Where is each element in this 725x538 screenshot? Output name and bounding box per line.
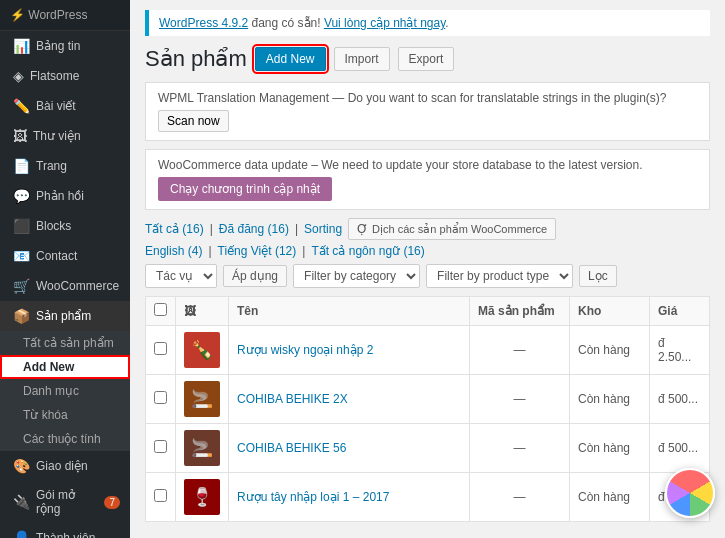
lang-english-link[interactable]: English (4) [145, 244, 202, 258]
thumb-icon: 🍷 [191, 486, 213, 508]
select-all-checkbox[interactable] [154, 303, 167, 316]
product-name-link[interactable]: Rượu wisky ngoại nhập 2 [237, 343, 373, 357]
filter-tabs-row: Tất cả (16) | Đã đăng (16) | Sorting Ợ D… [145, 218, 710, 240]
toolbar-row: Tác vụ Áp dụng Filter by category Filter… [145, 264, 710, 288]
media-icon: 🖼 [13, 128, 27, 144]
wp-logo-icon: ⚡ WordPress [10, 8, 87, 22]
row-checkbox-2[interactable] [154, 440, 167, 453]
th-stock: Kho [570, 297, 650, 326]
row-sku-cell: — [470, 326, 570, 375]
sidebar-item-dashboard[interactable]: 📊 Bảng tin [0, 31, 130, 61]
row-checkbox-cell [146, 326, 176, 375]
filter-published-link[interactable]: Đã đăng (16) [219, 222, 289, 236]
comments-icon: 💬 [13, 188, 30, 204]
woo-update-button[interactable]: Chạy chương trình cập nhật [158, 177, 332, 201]
row-price-cell: đ 2.50... [650, 326, 710, 375]
flatsome-icon: ◈ [13, 68, 24, 84]
sidebar-submenu-products: Tất cả sản phẩm Add New Danh mục Từ khóa… [0, 331, 130, 451]
row-checkbox-cell [146, 473, 176, 522]
woo-update-notice: WooCommerce data update – We need to upd… [145, 149, 710, 210]
scan-now-button[interactable]: Scan now [158, 110, 229, 132]
sidebar-item-pages[interactable]: 📄 Trang [0, 151, 130, 181]
product-type-filter-select[interactable]: Filter by product type [426, 264, 573, 288]
table-row: 🍾 Rượu wisky ngoại nhập 2 — Còn hàng đ 2… [146, 326, 710, 375]
sidebar-item-woocommerce[interactable]: 🛒 WooCommerce [0, 271, 130, 301]
pages-icon: 📄 [13, 158, 30, 174]
row-checkbox-0[interactable] [154, 342, 167, 355]
sidebar-item-label: Phản hồi [36, 189, 84, 203]
attributes-label: Các thuộc tính [23, 432, 101, 446]
sidebar-item-label: Flatsome [30, 69, 79, 83]
sidebar-item-flatsome[interactable]: ◈ Flatsome [0, 61, 130, 91]
contact-icon: 📧 [13, 248, 30, 264]
row-name-cell: Rượu wisky ngoại nhập 2 [229, 326, 470, 375]
dashboard-icon: 📊 [13, 38, 30, 54]
products-table: 🖼 Tên Mã sản phẩm Kho Giá 🍾 Rượu wisky n… [145, 296, 710, 522]
sidebar-logo: ⚡ WordPress [0, 0, 130, 31]
sidebar-item-categories[interactable]: Danh mục [0, 379, 130, 403]
sidebar-item-posts[interactable]: ✏️ Bài viết [0, 91, 130, 121]
sidebar-item-blocks[interactable]: ⬛ Blocks [0, 211, 130, 241]
appearance-icon: 🎨 [13, 458, 30, 474]
product-name-link[interactable]: COHIBA BEHIKE 2X [237, 392, 348, 406]
sidebar-item-media[interactable]: 🖼 Thư viện [0, 121, 130, 151]
woo-translate-button[interactable]: Ợ Dịch các sản phẩm WooCommerce [348, 218, 556, 240]
sidebar-item-label: Sản phẩm [36, 309, 91, 323]
filter-sorting-link[interactable]: Sorting [304, 222, 342, 236]
row-sku-cell: — [470, 424, 570, 473]
update-link[interactable]: Vui lòng cập nhật ngay [324, 16, 445, 30]
product-name-link[interactable]: Rượu tây nhập loại 1 – 2017 [237, 490, 389, 504]
th-checkbox [146, 297, 176, 326]
sidebar-item-contact[interactable]: 📧 Contact [0, 241, 130, 271]
woocommerce-icon: 🛒 [13, 278, 30, 294]
sidebar-item-label: Giao diện [36, 459, 88, 473]
export-button[interactable]: Export [398, 47, 455, 71]
sidebar-item-plugins[interactable]: 🔌 Gói mở rộng 7 [0, 481, 130, 523]
product-thumbnail: 🍾 [184, 332, 220, 368]
thumb-icon: 🚬 [191, 437, 213, 459]
category-filter-select[interactable]: Filter by category [293, 264, 420, 288]
row-name-cell: COHIBA BEHIKE 56 [229, 424, 470, 473]
sidebar-item-users[interactable]: 👤 Thành viên [0, 523, 130, 538]
lang-vietnamese-link[interactable]: Tiếng Việt (12) [218, 244, 297, 258]
import-button[interactable]: Import [334, 47, 390, 71]
sidebar-item-products[interactable]: 📦 Sản phẩm [0, 301, 130, 331]
product-thumbnail: 🚬 [184, 381, 220, 417]
sidebar-item-comments[interactable]: 💬 Phản hồi [0, 181, 130, 211]
row-stock-cell: Còn hàng [570, 375, 650, 424]
sidebar-item-all-products[interactable]: Tất cả sản phẩm [0, 331, 130, 355]
language-row: English (4) | Tiếng Việt (12) | Tất cả n… [145, 244, 710, 258]
row-stock-cell: Còn hàng [570, 473, 650, 522]
bulk-action-select[interactable]: Tác vụ [145, 264, 217, 288]
filter-all-link[interactable]: Tất cả (16) [145, 222, 204, 236]
wp-version-link[interactable]: WordPress 4.9.2 [159, 16, 248, 30]
sidebar-item-attributes[interactable]: Các thuộc tính [0, 427, 130, 451]
sidebar: ⚡ WordPress 📊 Bảng tin ◈ Flatsome ✏️ Bài… [0, 0, 130, 538]
plugins-badge: 7 [104, 496, 120, 509]
woo-color-wheel [665, 468, 715, 518]
th-image: 🖼 [176, 297, 229, 326]
wp-version-text: WordPress 4.9.2 đang có sẵn! Vui lòng cậ… [159, 16, 449, 30]
wpml-notice-text: WPML Translation Management — Do you wan… [158, 91, 697, 105]
sidebar-item-add-new[interactable]: Add New [0, 355, 130, 379]
apply-button[interactable]: Áp dụng [223, 265, 287, 287]
page-title-row: Sản phẩm Add New Import Export [145, 46, 710, 72]
filter-button[interactable]: Lọc [579, 265, 617, 287]
products-icon: 📦 [13, 308, 30, 324]
th-sku: Mã sản phẩm [470, 297, 570, 326]
table-row: 🚬 COHIBA BEHIKE 2X — Còn hàng đ 500... [146, 375, 710, 424]
row-price-cell: đ 500... [650, 424, 710, 473]
sidebar-item-appearance[interactable]: 🎨 Giao diện [0, 451, 130, 481]
row-checkbox-3[interactable] [154, 489, 167, 502]
lang-all-link[interactable]: Tất cả ngôn ngữ (16) [311, 244, 424, 258]
wp-update-notice: WordPress 4.9.2 đang có sẵn! Vui lòng cậ… [145, 10, 710, 36]
add-new-button[interactable]: Add New [255, 47, 326, 71]
row-checkbox-1[interactable] [154, 391, 167, 404]
product-thumbnail: 🍷 [184, 479, 220, 515]
all-products-label: Tất cả sản phẩm [23, 336, 114, 350]
plugins-icon: 🔌 [13, 494, 30, 510]
sidebar-item-tags[interactable]: Từ khóa [0, 403, 130, 427]
sidebar-item-label: Gói mở rộng [36, 488, 100, 516]
product-name-link[interactable]: COHIBA BEHIKE 56 [237, 441, 346, 455]
th-name[interactable]: Tên [229, 297, 470, 326]
